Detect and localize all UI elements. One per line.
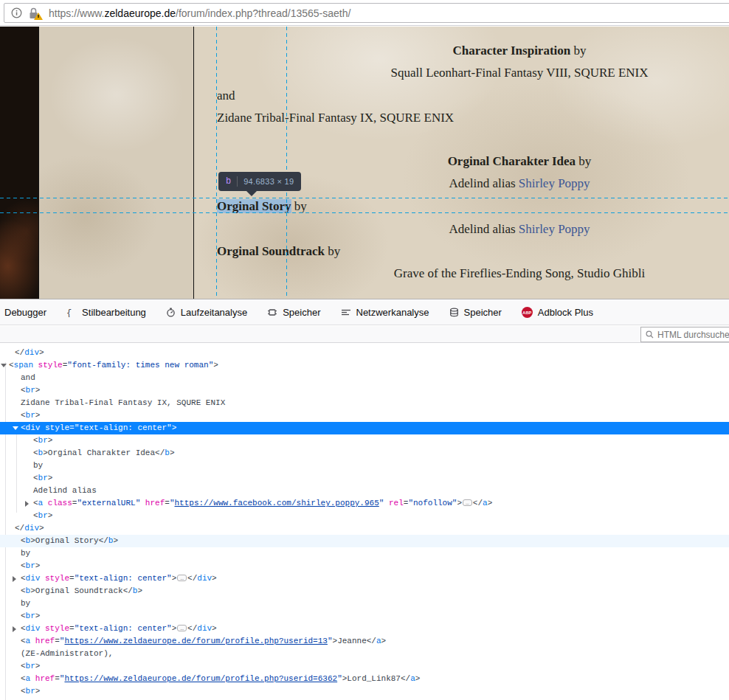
markup-row[interactable]: <br> [0, 434, 729, 447]
search-input[interactable] [657, 330, 729, 340]
search-icon [646, 330, 654, 339]
code-token: </ [99, 536, 108, 545]
code-token: > [213, 361, 218, 370]
markup-row[interactable]: <br> [0, 472, 729, 485]
code-token: "text-align: center" [75, 344, 172, 344]
url-field[interactable]: https://www.zeldaeurope.de/forum/index.p… [4, 3, 729, 23]
mixed-content-warning-icon [34, 13, 43, 20]
expand-arrow-icon[interactable] [13, 626, 16, 632]
markup-row[interactable]: <a href="https://www.zeldaeurope.de/foru… [0, 673, 729, 685]
markup-row[interactable]: by [0, 547, 729, 560]
devtools-tab-adblock-plus[interactable]: ABPAdblock Plus [522, 307, 593, 318]
tab-label: Adblock Plus [538, 307, 593, 318]
code-token: > [48, 474, 53, 482]
code-token: </ [473, 499, 483, 507]
collapse-arrow-icon[interactable] [13, 426, 18, 430]
markup-row[interactable]: <b>Orginal Soundtrack</b> [0, 585, 729, 597]
code-token: </ [123, 586, 133, 595]
code-token: < [21, 662, 26, 670]
collapsed-content-ellipsis[interactable]: … [177, 575, 187, 581]
code-token: div [197, 624, 212, 633]
markup-row[interactable]: <div style="text-align: center">…</div> [0, 572, 729, 585]
code-token: div [24, 524, 39, 533]
code-token: > [415, 674, 421, 683]
code-token: < [21, 386, 26, 395]
code-token: < [33, 499, 38, 507]
code-token: Orginal Charakter Idea [48, 448, 155, 457]
code-token: > [30, 536, 35, 545]
collapsed-content-ellipsis[interactable]: … [177, 625, 187, 631]
code-token: > [488, 499, 493, 507]
markup-row[interactable]: <br> [0, 409, 729, 422]
code-token: Orginal Soundtrack [35, 586, 123, 595]
code-token: br [26, 386, 35, 395]
code-token: by [33, 461, 43, 470]
code-token: > [39, 524, 44, 533]
expand-arrow-icon[interactable] [25, 501, 29, 507]
page-link[interactable]: Shirley Poppy [519, 222, 590, 236]
code-token: < [33, 474, 38, 482]
code-token: </ [367, 637, 376, 645]
devtools-tab-laufzeitanalyse[interactable]: Laufzeitanalyse [166, 307, 247, 318]
code-token: https://www.zeldaeurope.de/forum/profile… [64, 674, 337, 683]
markup-row[interactable]: <br> [0, 560, 729, 572]
code-token: < [21, 586, 26, 595]
url-text[interactable]: https://www.zeldaeurope.de/forum/index.p… [49, 7, 350, 19]
devtools-tab-stilbearbeitung[interactable]: { }Stilbearbeitung [66, 307, 146, 318]
code-token: > [35, 561, 41, 570]
code-token: "text-align: center" [75, 574, 172, 583]
page-link[interactable]: Shirley Poppy [519, 176, 590, 190]
code-token: "font-family: times new roman" [67, 361, 213, 370]
code-token: </ [15, 524, 24, 533]
markup-row[interactable]: <br> [0, 610, 729, 623]
info-icon[interactable] [11, 7, 22, 18]
code-token: Zidane Tribal-Final Fantasy IX, SQURE EN… [21, 398, 225, 407]
markup-row[interactable]: <a href="https://www.zeldaeurope.de/foru… [0, 635, 729, 648]
devtools-tab-debugger[interactable]: Debugger [4, 307, 46, 318]
lock-warning-icon[interactable] [29, 7, 40, 19]
devtools-tab-speicher[interactable]: Speicher [267, 307, 320, 318]
code-token: > [172, 344, 177, 344]
inspector-search-box[interactable] [640, 327, 729, 342]
markup-row[interactable]: <br> [0, 660, 729, 673]
collapsed-content-ellipsis[interactable]: … [463, 499, 472, 506]
markup-row[interactable]: </div> [0, 522, 729, 535]
storage-icon [449, 308, 459, 317]
code-token: span [14, 361, 33, 370]
markup-row[interactable]: by [0, 597, 729, 610]
inspector-search-row [0, 326, 729, 343]
markup-row[interactable]: <a class="externalURL" href="https://www… [0, 497, 729, 510]
markup-row[interactable]: <br> [0, 510, 729, 522]
collapse-arrow-icon[interactable] [1, 364, 7, 367]
markup-row[interactable]: Adelind alias [0, 485, 729, 497]
code-token: a [410, 674, 415, 683]
markup-row[interactable]: </div> [0, 347, 729, 359]
markup-row[interactable]: <b>Orginal Charakter Idea</b> [0, 447, 729, 460]
code-token: </ [155, 448, 165, 457]
markup-row[interactable]: <br> [0, 384, 729, 397]
markup-row-selected[interactable]: <div style="text-align: center"> [0, 422, 729, 434]
markup-row[interactable]: <br> [0, 685, 729, 698]
memory-icon [267, 308, 277, 317]
infobar-tag-name: b [226, 176, 231, 187]
code-token: "text-align: center" [75, 624, 172, 633]
network-icon [341, 308, 351, 317]
markup-row[interactable]: (ZE-Administrator), [0, 648, 729, 660]
braces-icon: { } [66, 308, 77, 317]
markup-row[interactable]: by [0, 460, 729, 472]
code-token: Jeanne [337, 637, 367, 645]
code-token: </ [187, 624, 197, 633]
expand-arrow-icon[interactable] [13, 576, 16, 582]
devtools-tab-netzwerkanalyse[interactable]: Netzwerkanalyse [341, 307, 429, 318]
code-token: div [26, 574, 41, 583]
devtools-tab-speicher[interactable]: Speicher [449, 307, 502, 318]
code-token: < [21, 637, 26, 645]
markup-row[interactable]: Zidane Tribal-Final Fantasy IX, SQURE EN… [0, 397, 729, 409]
code-token: br [26, 561, 35, 570]
abp-icon: ABP [522, 307, 533, 318]
markup-row-hovered[interactable]: <b>Orginal Story</b> [0, 535, 729, 547]
markup-row[interactable]: and [0, 372, 729, 384]
markup-row[interactable]: <div style="text-align: center">…</div> [0, 623, 729, 635]
code-token: > [212, 574, 217, 583]
markup-row[interactable]: <span style="font-family: times new roma… [0, 359, 729, 372]
